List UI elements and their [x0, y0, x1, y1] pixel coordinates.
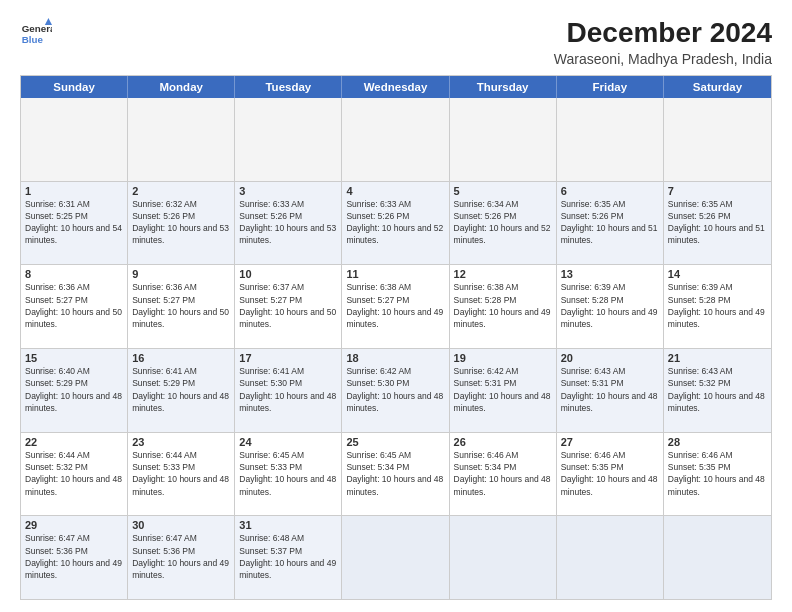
calendar-cell: 10Sunrise: 6:37 AMSunset: 5:27 PMDayligh…	[235, 265, 342, 348]
calendar-cell: 19Sunrise: 6:42 AMSunset: 5:31 PMDayligh…	[450, 349, 557, 432]
header-tuesday: Tuesday	[235, 76, 342, 98]
calendar-cell	[557, 98, 664, 181]
day-info: Sunrise: 6:45 AMSunset: 5:33 PMDaylight:…	[239, 449, 337, 498]
subtitle: Waraseoni, Madhya Pradesh, India	[554, 51, 772, 67]
day-number: 26	[454, 436, 552, 448]
day-number: 23	[132, 436, 230, 448]
calendar-cell	[342, 98, 449, 181]
day-number: 5	[454, 185, 552, 197]
day-info: Sunrise: 6:44 AMSunset: 5:33 PMDaylight:…	[132, 449, 230, 498]
calendar-cell: 26Sunrise: 6:46 AMSunset: 5:34 PMDayligh…	[450, 433, 557, 516]
day-info: Sunrise: 6:46 AMSunset: 5:34 PMDaylight:…	[454, 449, 552, 498]
calendar-cell: 27Sunrise: 6:46 AMSunset: 5:35 PMDayligh…	[557, 433, 664, 516]
calendar-cell	[342, 516, 449, 599]
day-number: 20	[561, 352, 659, 364]
calendar-cell: 28Sunrise: 6:46 AMSunset: 5:35 PMDayligh…	[664, 433, 771, 516]
calendar-cell: 7Sunrise: 6:35 AMSunset: 5:26 PMDaylight…	[664, 182, 771, 265]
day-number: 27	[561, 436, 659, 448]
calendar-cell: 5Sunrise: 6:34 AMSunset: 5:26 PMDaylight…	[450, 182, 557, 265]
header-sunday: Sunday	[21, 76, 128, 98]
calendar-cell	[450, 516, 557, 599]
calendar: Sunday Monday Tuesday Wednesday Thursday…	[20, 75, 772, 600]
calendar-cell: 1Sunrise: 6:31 AMSunset: 5:25 PMDaylight…	[21, 182, 128, 265]
day-number: 13	[561, 268, 659, 280]
calendar-cell: 4Sunrise: 6:33 AMSunset: 5:26 PMDaylight…	[342, 182, 449, 265]
calendar-week-4: 22Sunrise: 6:44 AMSunset: 5:32 PMDayligh…	[21, 432, 771, 516]
day-info: Sunrise: 6:31 AMSunset: 5:25 PMDaylight:…	[25, 198, 123, 247]
header-wednesday: Wednesday	[342, 76, 449, 98]
header-monday: Monday	[128, 76, 235, 98]
day-number: 31	[239, 519, 337, 531]
calendar-cell: 3Sunrise: 6:33 AMSunset: 5:26 PMDaylight…	[235, 182, 342, 265]
day-info: Sunrise: 6:44 AMSunset: 5:32 PMDaylight:…	[25, 449, 123, 498]
day-number: 3	[239, 185, 337, 197]
day-number: 12	[454, 268, 552, 280]
calendar-cell	[557, 516, 664, 599]
calendar-week-1: 1Sunrise: 6:31 AMSunset: 5:25 PMDaylight…	[21, 181, 771, 265]
day-info: Sunrise: 6:42 AMSunset: 5:31 PMDaylight:…	[454, 365, 552, 414]
calendar-cell: 22Sunrise: 6:44 AMSunset: 5:32 PMDayligh…	[21, 433, 128, 516]
calendar-cell: 12Sunrise: 6:38 AMSunset: 5:28 PMDayligh…	[450, 265, 557, 348]
calendar-cell: 23Sunrise: 6:44 AMSunset: 5:33 PMDayligh…	[128, 433, 235, 516]
main-title: December 2024	[554, 18, 772, 49]
logo-icon: General Blue	[20, 18, 52, 50]
calendar-cell	[450, 98, 557, 181]
calendar-cell: 25Sunrise: 6:45 AMSunset: 5:34 PMDayligh…	[342, 433, 449, 516]
calendar-cell: 15Sunrise: 6:40 AMSunset: 5:29 PMDayligh…	[21, 349, 128, 432]
day-info: Sunrise: 6:45 AMSunset: 5:34 PMDaylight:…	[346, 449, 444, 498]
calendar-cell: 20Sunrise: 6:43 AMSunset: 5:31 PMDayligh…	[557, 349, 664, 432]
day-number: 9	[132, 268, 230, 280]
day-info: Sunrise: 6:39 AMSunset: 5:28 PMDaylight:…	[668, 281, 767, 330]
day-number: 4	[346, 185, 444, 197]
day-info: Sunrise: 6:43 AMSunset: 5:31 PMDaylight:…	[561, 365, 659, 414]
day-info: Sunrise: 6:46 AMSunset: 5:35 PMDaylight:…	[561, 449, 659, 498]
day-info: Sunrise: 6:32 AMSunset: 5:26 PMDaylight:…	[132, 198, 230, 247]
title-block: December 2024 Waraseoni, Madhya Pradesh,…	[554, 18, 772, 67]
calendar-cell: 2Sunrise: 6:32 AMSunset: 5:26 PMDaylight…	[128, 182, 235, 265]
day-info: Sunrise: 6:41 AMSunset: 5:29 PMDaylight:…	[132, 365, 230, 414]
logo: General Blue	[20, 18, 52, 50]
page-header: General Blue December 2024 Waraseoni, Ma…	[20, 18, 772, 67]
day-info: Sunrise: 6:36 AMSunset: 5:27 PMDaylight:…	[132, 281, 230, 330]
day-info: Sunrise: 6:36 AMSunset: 5:27 PMDaylight:…	[25, 281, 123, 330]
day-number: 18	[346, 352, 444, 364]
calendar-cell: 29Sunrise: 6:47 AMSunset: 5:36 PMDayligh…	[21, 516, 128, 599]
day-info: Sunrise: 6:38 AMSunset: 5:27 PMDaylight:…	[346, 281, 444, 330]
day-info: Sunrise: 6:42 AMSunset: 5:30 PMDaylight:…	[346, 365, 444, 414]
calendar-cell: 16Sunrise: 6:41 AMSunset: 5:29 PMDayligh…	[128, 349, 235, 432]
day-number: 21	[668, 352, 767, 364]
calendar-cell: 17Sunrise: 6:41 AMSunset: 5:30 PMDayligh…	[235, 349, 342, 432]
calendar-cell: 13Sunrise: 6:39 AMSunset: 5:28 PMDayligh…	[557, 265, 664, 348]
calendar-cell: 11Sunrise: 6:38 AMSunset: 5:27 PMDayligh…	[342, 265, 449, 348]
calendar-cell	[235, 98, 342, 181]
day-info: Sunrise: 6:43 AMSunset: 5:32 PMDaylight:…	[668, 365, 767, 414]
day-number: 30	[132, 519, 230, 531]
day-number: 15	[25, 352, 123, 364]
day-number: 8	[25, 268, 123, 280]
day-number: 28	[668, 436, 767, 448]
calendar-cell	[128, 98, 235, 181]
day-number: 29	[25, 519, 123, 531]
day-info: Sunrise: 6:37 AMSunset: 5:27 PMDaylight:…	[239, 281, 337, 330]
header-thursday: Thursday	[450, 76, 557, 98]
calendar-cell: 30Sunrise: 6:47 AMSunset: 5:36 PMDayligh…	[128, 516, 235, 599]
day-number: 2	[132, 185, 230, 197]
calendar-cell	[664, 98, 771, 181]
day-info: Sunrise: 6:47 AMSunset: 5:36 PMDaylight:…	[132, 532, 230, 581]
day-info: Sunrise: 6:38 AMSunset: 5:28 PMDaylight:…	[454, 281, 552, 330]
page: General Blue December 2024 Waraseoni, Ma…	[0, 0, 792, 612]
day-number: 22	[25, 436, 123, 448]
svg-marker-2	[45, 18, 52, 25]
day-number: 7	[668, 185, 767, 197]
calendar-cell	[664, 516, 771, 599]
calendar-week-5: 29Sunrise: 6:47 AMSunset: 5:36 PMDayligh…	[21, 515, 771, 599]
calendar-cell: 8Sunrise: 6:36 AMSunset: 5:27 PMDaylight…	[21, 265, 128, 348]
day-number: 19	[454, 352, 552, 364]
calendar-cell: 14Sunrise: 6:39 AMSunset: 5:28 PMDayligh…	[664, 265, 771, 348]
calendar-cell: 21Sunrise: 6:43 AMSunset: 5:32 PMDayligh…	[664, 349, 771, 432]
day-info: Sunrise: 6:47 AMSunset: 5:36 PMDaylight:…	[25, 532, 123, 581]
day-info: Sunrise: 6:33 AMSunset: 5:26 PMDaylight:…	[346, 198, 444, 247]
day-number: 17	[239, 352, 337, 364]
calendar-cell: 9Sunrise: 6:36 AMSunset: 5:27 PMDaylight…	[128, 265, 235, 348]
day-info: Sunrise: 6:35 AMSunset: 5:26 PMDaylight:…	[561, 198, 659, 247]
